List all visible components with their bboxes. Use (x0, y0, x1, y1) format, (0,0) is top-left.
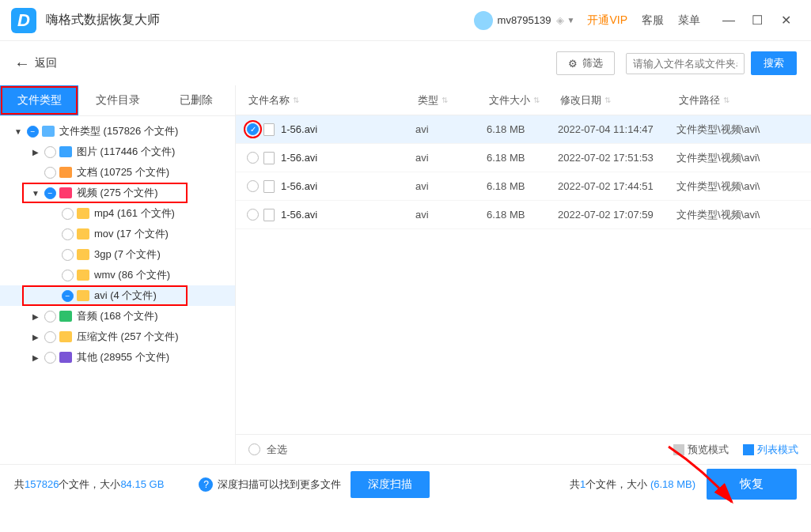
select-all-checkbox[interactable] (248, 443, 260, 455)
content: 文件名称⇅ 类型⇅ 文件大小⇅ 修改日期⇅ 文件路径⇅ ✓1-56.aviavi… (236, 85, 811, 464)
filter-button[interactable]: ⚙ 筛选 (556, 51, 615, 75)
maximize-button[interactable]: ☐ (743, 13, 771, 28)
avatar-icon[interactable] (474, 11, 493, 30)
tree-item[interactable]: ▶−avi (4 个文件) (0, 285, 235, 306)
vip-link[interactable]: 开通VIP (587, 13, 627, 28)
col-date[interactable]: 修改日期⇅ (552, 93, 671, 108)
list-icon (743, 444, 754, 455)
tree-item[interactable]: ▶3gp (7 个文件) (0, 244, 235, 265)
tree-label: mp4 (161 个文件) (94, 206, 175, 221)
minimize-button[interactable]: — (714, 13, 743, 28)
tree-item[interactable]: ▶mp4 (161 个文件) (0, 203, 235, 224)
app-title: 嗨格式数据恢复大师 (46, 12, 474, 28)
user-dropdown-caret-icon[interactable]: ▼ (567, 16, 575, 25)
folder-icon (42, 126, 55, 137)
col-size[interactable]: 文件大小⇅ (481, 93, 552, 108)
cell-date: 2022-07-02 17:07:59 (558, 209, 676, 221)
row-checkbox[interactable]: ✓ (247, 123, 259, 135)
tree-checkbox[interactable]: − (44, 187, 56, 199)
table-header: 文件名称⇅ 类型⇅ 文件大小⇅ 修改日期⇅ 文件路径⇅ (236, 85, 811, 115)
row-checkbox[interactable] (247, 180, 259, 192)
tree-checkbox[interactable] (44, 331, 56, 343)
tree-label: 文档 (10725 个文件) (77, 165, 169, 179)
tree-checkbox[interactable] (44, 167, 56, 179)
grid-icon (673, 444, 684, 455)
deep-scan-button[interactable]: 深度扫描 (351, 471, 430, 498)
cell-date: 2022-07-02 17:44:51 (558, 180, 676, 192)
close-button[interactable]: ✕ (771, 13, 800, 28)
table-row[interactable]: ✓1-56.aviavi6.18 MB2022-07-04 11:14:47文件… (236, 115, 811, 144)
info-icon: ? (199, 477, 213, 492)
cell-size: 6.18 MB (487, 152, 558, 164)
tree-label: avi (4 个文件) (94, 289, 157, 303)
back-button[interactable]: ← 返回 (14, 55, 57, 73)
tree-item[interactable]: ▶mov (17 个文件) (0, 224, 235, 244)
cell-name: 1-56.avi (281, 209, 415, 221)
caret-icon[interactable]: ▶ (30, 353, 41, 362)
tree-checkbox[interactable] (62, 228, 74, 240)
tree-label: mov (17 个文件) (94, 227, 169, 241)
folder-icon (59, 352, 72, 363)
caret-icon[interactable]: ▼ (30, 189, 41, 198)
tree-item[interactable]: ▼−文件类型 (157826 个文件) (0, 121, 235, 141)
tree-checkbox[interactable]: − (27, 126, 39, 138)
tree-checkbox[interactable] (62, 208, 74, 220)
cell-size: 6.18 MB (487, 209, 558, 221)
folder-icon (77, 270, 89, 281)
caret-icon[interactable]: ▼ (13, 127, 24, 136)
row-checkbox[interactable] (247, 209, 259, 221)
tree-item[interactable]: ▶其他 (28955 个文件) (0, 347, 235, 368)
row-checkbox[interactable] (247, 152, 259, 164)
tree-item[interactable]: ▶图片 (117446 个文件) (0, 141, 235, 162)
col-path[interactable]: 文件路径⇅ (671, 93, 811, 108)
search-input[interactable] (626, 53, 745, 74)
tree-checkbox[interactable] (44, 311, 56, 323)
tree-checkbox[interactable] (62, 270, 74, 281)
list-mode-button[interactable]: 列表模式 (743, 443, 798, 457)
tree-item[interactable]: ▶文档 (10725 个文件) (0, 162, 235, 183)
caret-icon[interactable]: ▶ (30, 333, 41, 341)
folder-icon (59, 187, 72, 198)
search-button[interactable]: 搜索 (751, 51, 797, 75)
caret-icon[interactable]: ▶ (30, 148, 41, 157)
tree-label: 图片 (117446 个文件) (77, 145, 175, 159)
tab-file-dir[interactable]: 文件目录 (78, 85, 157, 115)
titlebar: D 嗨格式数据恢复大师 mv8795139 ◈ ▼ 开通VIP 客服 菜单 — … (0, 0, 811, 41)
cell-type: avi (415, 180, 487, 192)
sort-icon: ⇅ (723, 96, 730, 104)
preview-mode-button[interactable]: 预览模式 (673, 443, 729, 457)
tree-item[interactable]: ▶音频 (168 个文件) (0, 306, 235, 326)
status-bar: 共157826个文件，大小84.15 GB ? 深度扫描可以找到更多文件 深度扫… (0, 464, 811, 504)
table-row[interactable]: 1-56.aviavi6.18 MB2022-07-02 17:44:51文件类… (236, 172, 811, 201)
support-link[interactable]: 客服 (642, 13, 664, 28)
recover-button[interactable]: 恢复 (707, 469, 797, 500)
tree-label: 压缩文件 (257 个文件) (77, 330, 179, 344)
caret-icon[interactable]: ▶ (30, 312, 41, 321)
table-row[interactable]: 1-56.aviavi6.18 MB2022-07-02 17:51:53文件类… (236, 144, 811, 172)
menu-link[interactable]: 菜单 (678, 13, 700, 28)
tree-checkbox[interactable] (62, 249, 74, 261)
sort-icon: ⇅ (293, 96, 299, 104)
sidebar-tabs: 文件类型 文件目录 已删除 (0, 85, 235, 116)
sort-icon: ⇅ (533, 96, 540, 104)
col-type[interactable]: 类型⇅ (410, 93, 481, 108)
deep-tip: 深度扫描可以找到更多文件 (218, 477, 341, 492)
tree-label: wmv (86 个文件) (94, 268, 170, 282)
tree-checkbox[interactable]: − (62, 290, 74, 302)
file-icon (263, 152, 275, 164)
cell-type: avi (415, 123, 487, 135)
col-name[interactable]: 文件名称⇅ (236, 93, 410, 108)
folder-icon (77, 228, 89, 240)
tree-item[interactable]: ▼−视频 (275 个文件) (0, 183, 235, 203)
tree-item[interactable]: ▶压缩文件 (257 个文件) (0, 326, 235, 347)
tree-checkbox[interactable] (44, 352, 56, 364)
tab-file-type[interactable]: 文件类型 (0, 85, 78, 115)
main: 文件类型 文件目录 已删除 ▼−文件类型 (157826 个文件)▶图片 (11… (0, 85, 811, 464)
tree-item[interactable]: ▶wmv (86 个文件) (0, 265, 235, 285)
file-tree: ▼−文件类型 (157826 个文件)▶图片 (117446 个文件)▶文档 (… (0, 116, 235, 464)
folder-icon (59, 331, 72, 342)
tree-checkbox[interactable] (44, 146, 56, 158)
tab-deleted[interactable]: 已删除 (157, 85, 235, 115)
folder-icon (59, 311, 72, 322)
table-row[interactable]: 1-56.aviavi6.18 MB2022-07-02 17:07:59文件类… (236, 201, 811, 229)
